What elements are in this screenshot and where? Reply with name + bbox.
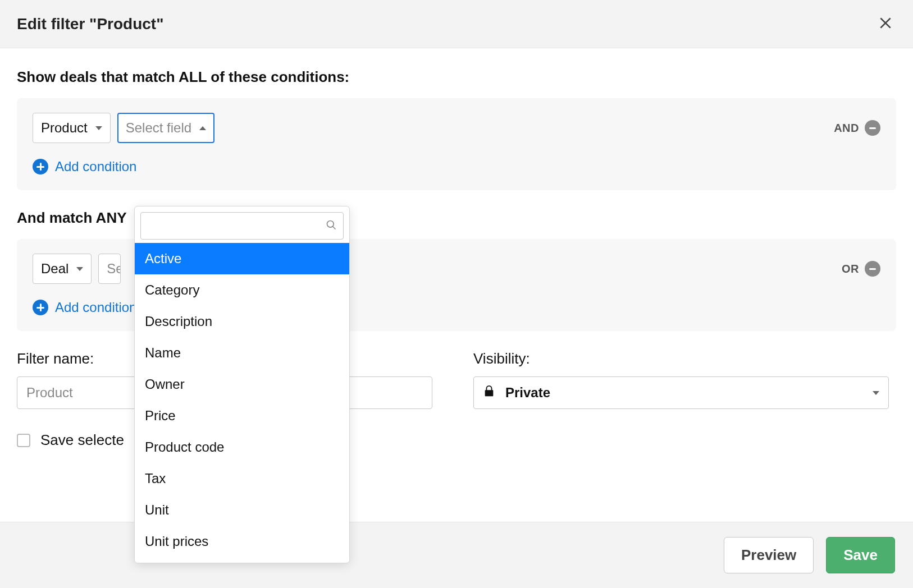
logic-and-label: AND	[834, 122, 859, 135]
dropdown-search-wrapper	[140, 212, 344, 240]
field-dropdown: Active Category Description Name Owner P…	[134, 206, 350, 563]
entity-select-value: Deal	[41, 261, 69, 277]
visibility-label: Visibility:	[473, 350, 896, 368]
svg-point-2	[327, 220, 334, 227]
dropdown-item-category[interactable]: Category	[135, 274, 349, 306]
plus-icon	[33, 300, 48, 315]
field-select[interactable]: Select field	[117, 113, 214, 143]
visibility-select[interactable]: Private	[473, 376, 889, 409]
close-button[interactable]	[875, 12, 896, 35]
edit-filter-modal: Edit filter "Product" Show deals that ma…	[0, 0, 913, 588]
condition-row: Product Select field AND	[33, 113, 880, 143]
dropdown-item-unit-prices[interactable]: Unit prices	[135, 526, 349, 557]
chevron-down-icon	[95, 126, 102, 130]
all-conditions-block: Product Select field AND Add condition	[17, 98, 896, 190]
lock-icon	[483, 385, 495, 401]
svg-line-3	[333, 226, 336, 229]
any-conditions-heading: And match ANY	[17, 209, 135, 227]
dropdown-list: Active Category Description Name Owner P…	[135, 243, 349, 557]
preview-button[interactable]: Preview	[724, 537, 814, 573]
dropdown-item-active[interactable]: Active	[135, 243, 349, 274]
dropdown-item-description[interactable]: Description	[135, 306, 349, 337]
logic-or-label: OR	[842, 263, 859, 275]
field-select-placeholder: Select field	[126, 120, 191, 136]
save-button[interactable]: Save	[826, 537, 895, 573]
dropdown-item-unit[interactable]: Unit	[135, 494, 349, 526]
modal-header: Edit filter "Product"	[0, 0, 913, 48]
modal-body: Show deals that match ALL of these condi…	[0, 48, 913, 522]
row-controls: AND	[834, 120, 880, 136]
add-condition-button[interactable]: Add condition	[33, 300, 136, 315]
add-condition-label: Add condition	[55, 300, 136, 315]
visibility-value: Private	[505, 385, 550, 401]
dropdown-item-price[interactable]: Price	[135, 400, 349, 431]
visibility-col: Visibility: Private	[473, 350, 896, 409]
row-controls: OR	[842, 261, 880, 277]
entity-select[interactable]: Deal	[33, 254, 92, 284]
add-condition-label: Add condition	[55, 159, 136, 174]
all-conditions-heading: Show deals that match ALL of these condi…	[17, 68, 896, 86]
chevron-down-icon	[76, 267, 83, 271]
chevron-down-icon	[873, 391, 879, 395]
dropdown-search-input[interactable]	[140, 212, 344, 240]
save-columns-label: Save selecte	[40, 431, 124, 449]
entity-select-value: Product	[41, 120, 88, 136]
dropdown-item-owner[interactable]: Owner	[135, 369, 349, 400]
field-select-partial: Se	[107, 261, 121, 277]
modal-title: Edit filter "Product"	[17, 15, 163, 33]
dropdown-item-product-code[interactable]: Product code	[135, 431, 349, 463]
close-icon	[878, 24, 893, 32]
save-columns-checkbox[interactable]	[17, 434, 30, 447]
field-select[interactable]: Se	[98, 254, 121, 284]
remove-condition-button[interactable]	[865, 120, 880, 136]
add-condition-button[interactable]: Add condition	[33, 159, 136, 174]
chevron-up-icon	[199, 126, 206, 130]
dropdown-item-tax[interactable]: Tax	[135, 463, 349, 494]
entity-select[interactable]: Product	[33, 113, 111, 143]
plus-icon	[33, 159, 48, 174]
remove-condition-button[interactable]	[865, 261, 880, 277]
search-icon	[326, 219, 337, 233]
dropdown-item-name[interactable]: Name	[135, 337, 349, 369]
